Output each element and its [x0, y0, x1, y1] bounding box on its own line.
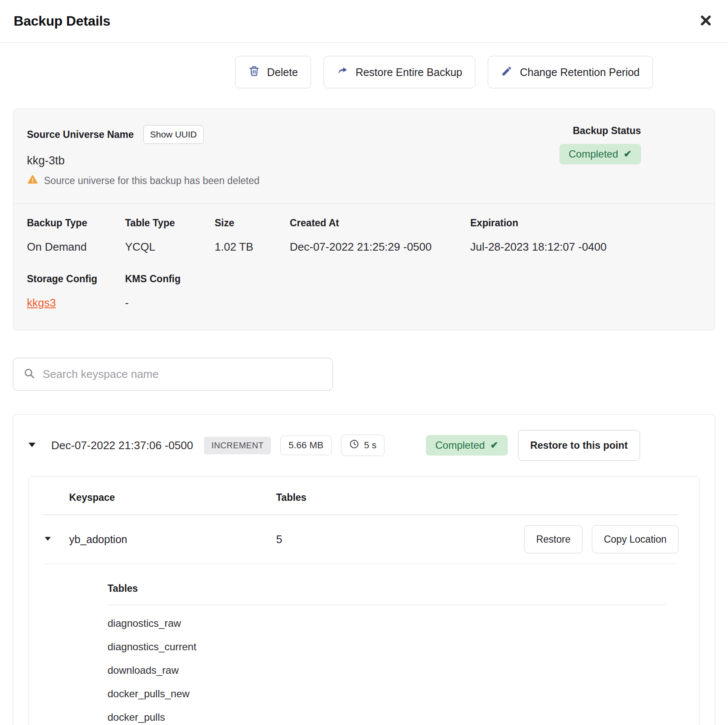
kms-config-label: KMS Config — [125, 273, 215, 285]
table-type-value: YCQL — [125, 240, 215, 254]
created-at-field: Created At Dec-07-2022 21:25:29 -0500 — [290, 217, 470, 254]
table-list-item: docker_pulls — [108, 712, 666, 722]
increment-backup-card: Dec-07-2022 21:37:06 -0500 INCREMENT 5.6… — [13, 414, 715, 725]
size-value: 1.02 TB — [215, 240, 290, 254]
restore-entire-backup-label: Restore Entire Backup — [355, 66, 462, 79]
clock-icon — [349, 439, 359, 452]
delete-button-label: Delete — [267, 66, 298, 79]
change-retention-period-button[interactable]: Change Retention Period — [488, 56, 653, 88]
backup-type-value: On Demand — [27, 240, 125, 254]
keyspace-table-header: Keyspace Tables — [44, 492, 678, 503]
search-icon — [23, 368, 35, 381]
keyspace-collapse-toggle[interactable] — [44, 535, 52, 544]
close-button[interactable] — [696, 12, 715, 31]
page-title: Backup Details — [14, 13, 111, 29]
table-type-label: Table Type — [125, 217, 215, 229]
storage-config-label: Storage Config — [27, 273, 125, 285]
created-at-label: Created At — [290, 217, 470, 229]
keyspace-restore-button[interactable]: Restore — [524, 525, 582, 553]
summary-top-section: Source Universe Name Show UUID kkg-3tb S… — [13, 109, 715, 203]
storage-config-link[interactable]: kkgs3 — [27, 296, 56, 309]
backup-summary-panel: Source Universe Name Show UUID kkg-3tb S… — [13, 108, 715, 330]
warning-triangle-icon — [27, 174, 38, 188]
keyspace-copy-location-button[interactable]: Copy Location — [592, 525, 678, 553]
tables-column-header: Tables — [276, 492, 306, 503]
table-list-item: diagnostics_raw — [108, 618, 666, 629]
check-icon: ✔ — [490, 440, 498, 451]
show-uuid-button[interactable]: Show UUID — [143, 125, 204, 144]
caret-down-icon — [44, 535, 52, 544]
restore-arrow-icon — [337, 65, 348, 79]
close-icon — [699, 14, 712, 28]
kms-config-value: - — [125, 296, 215, 310]
backup-type-field: Backup Type On Demand — [27, 217, 125, 254]
created-at-value: Dec-07-2022 21:25:29 -0500 — [290, 240, 470, 254]
increment-duration-chip: 5 s — [341, 435, 384, 456]
keyspace-tables-section: Tables diagnostics_raw diagnostics_curre… — [108, 583, 666, 722]
increment-timestamp: Dec-07-2022 21:37:06 -0500 — [51, 439, 193, 452]
expiration-value: Jul-28-2023 18:12:07 -0400 — [470, 240, 606, 254]
source-universe-name: kkg-3tb — [27, 154, 259, 167]
increment-collapse-toggle[interactable] — [27, 440, 37, 451]
restore-entire-backup-button[interactable]: Restore Entire Backup — [323, 56, 475, 88]
search-input[interactable] — [43, 368, 322, 381]
keyspace-search-box — [13, 358, 333, 391]
expiration-label: Expiration — [470, 217, 606, 229]
increment-status-badge: Completed ✔ — [426, 435, 508, 456]
backup-status-badge: Completed ✔ — [559, 144, 641, 164]
tables-section-header: Tables — [108, 583, 666, 594]
backup-status-block: Backup Status Completed ✔ — [559, 125, 641, 164]
increment-header-row: Dec-07-2022 21:37:06 -0500 INCREMENT 5.6… — [13, 415, 715, 474]
size-label: Size — [215, 217, 290, 229]
restore-to-this-point-button[interactable]: Restore to this point — [518, 430, 640, 461]
caret-down-icon — [27, 440, 37, 451]
storage-config-field: Storage Config kkgs3 — [27, 273, 125, 310]
table-list-item: diagnostics_current — [108, 642, 666, 652]
keyspace-table-card: Keyspace Tables yb_adoption 5 Restore Co… — [29, 476, 699, 725]
backup-status-label: Backup Status — [573, 125, 641, 137]
increment-size-chip: 5.66 MB — [280, 436, 332, 455]
table-type-field: Table Type YCQL — [125, 217, 215, 254]
expiration-field: Expiration Jul-28-2023 18:12:07 -0400 — [470, 217, 606, 254]
keyspace-row-divider — [44, 564, 678, 564]
size-field: Size 1.02 TB — [215, 217, 290, 254]
summary-details-section: Backup Type On Demand Table Type YCQL Si… — [13, 204, 715, 330]
table-list-item: docker_pulls_new — [108, 689, 666, 699]
check-icon: ✔ — [624, 149, 632, 160]
modal-body: Delete Restore Entire Backup Change Rete… — [0, 56, 728, 725]
keyspace-name: yb_adoption — [69, 533, 276, 546]
increment-status-text: Completed — [435, 439, 485, 451]
trash-icon — [248, 65, 260, 79]
kms-config-field: KMS Config - — [125, 273, 215, 310]
keyspace-row: yb_adoption 5 Restore Copy Location — [44, 515, 678, 564]
change-retention-period-label: Change Retention Period — [520, 66, 640, 79]
pencil-icon — [501, 65, 513, 79]
warning-text: Source universe for this backup has been… — [44, 175, 259, 187]
tables-section-divider — [108, 605, 666, 605]
keyspace-column-header: Keyspace — [69, 492, 276, 503]
universe-deleted-warning: Source universe for this backup has been… — [27, 174, 259, 188]
source-universe-label: Source Universe Name — [27, 129, 134, 140]
backup-status-text: Completed — [569, 148, 618, 160]
increment-type-badge: INCREMENT — [204, 437, 271, 454]
actions-row: Delete Restore Entire Backup Change Rete… — [13, 56, 715, 88]
keyspace-table-count: 5 — [276, 533, 524, 546]
modal-header: Backup Details — [0, 0, 728, 43]
source-universe-block: Source Universe Name Show UUID kkg-3tb S… — [27, 125, 259, 188]
delete-button[interactable]: Delete — [235, 56, 311, 88]
table-list-item: downloads_raw — [108, 665, 666, 675]
backup-type-label: Backup Type — [27, 217, 125, 229]
increment-duration-text: 5 s — [364, 440, 376, 451]
